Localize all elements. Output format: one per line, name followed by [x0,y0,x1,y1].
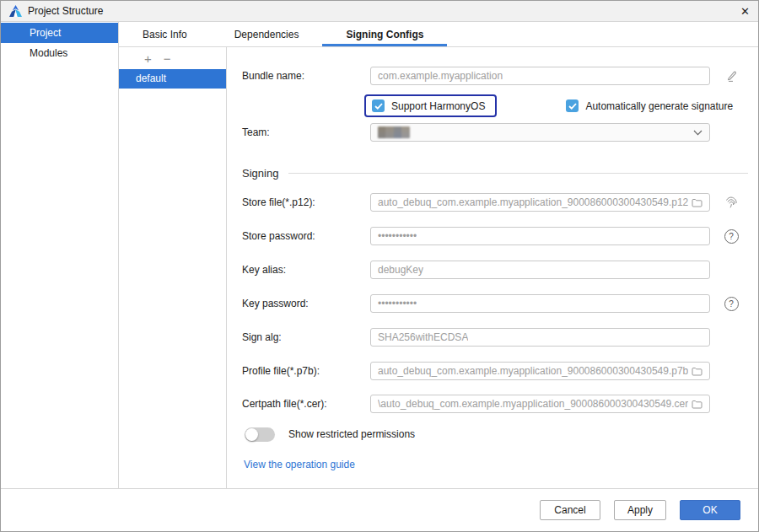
support-harmonyos-checkbox[interactable] [372,99,385,112]
signing-configs-form: Bundle name: com.example.myapplication [227,47,758,488]
section-divider [288,173,748,174]
auto-generate-group: Automatically generate signature [566,99,733,112]
key-password-input[interactable]: ••••••••••• [370,294,710,313]
cancel-button[interactable]: Cancel [540,500,600,520]
profile-file-label: Profile file(*.p7b): [242,365,370,377]
store-password-label: Store password: [242,230,370,242]
store-file-input[interactable]: auto_debuq_com.example.myapplication_900… [370,193,710,212]
support-harmonyos-label: Support HarmonyOS [391,100,485,112]
deveco-logo-icon [9,5,22,17]
sidebar: Project Modules [1,22,119,488]
store-file-row: Store file(*.p12): auto_debuq_com.exampl… [227,193,758,212]
certpath-file-row: Certpath file(*.cer): \auto_debuq_com.ex… [227,395,758,413]
bundle-name-row: Bundle name: com.example.myapplication [227,67,758,85]
tab-signing-configs[interactable]: Signing Configs [322,22,447,46]
config-item-default[interactable]: default [119,69,226,89]
signing-section-header: Signing [227,165,758,180]
checkbox-row: Support HarmonyOS Automatically generate… [227,94,758,117]
chevron-down-icon [693,130,702,136]
sign-alg-label: Sign alg: [242,331,370,343]
apply-button[interactable]: Apply [614,500,666,520]
tab-bar: Basic Info Dependencies Signing Configs [119,22,758,47]
footer-bar: Cancel Apply OK [1,488,758,531]
edit-pencil-icon[interactable] [724,68,739,83]
key-password-row: Key password: ••••••••••• ? [227,294,758,313]
tab-dependencies[interactable]: Dependencies [211,22,323,46]
store-password-input[interactable]: ••••••••••• [370,227,710,245]
team-row: Team: [227,123,758,142]
profile-file-input[interactable]: auto_debuq_com.example.myapplication_900… [370,362,710,380]
folder-icon[interactable] [692,198,702,207]
add-config-icon[interactable]: + [144,52,152,65]
key-alias-input[interactable]: debugKey [370,261,710,279]
config-list-panel: + − default [119,47,227,488]
guide-link-row: View the operation guide [227,459,758,470]
fingerprint-icon[interactable] [724,195,739,210]
folder-icon[interactable] [692,367,702,376]
key-alias-label: Key alias: [242,264,370,276]
support-harmonyos-focus-box: Support HarmonyOS [364,94,497,117]
store-password-row: Store password: ••••••••••• ? [227,227,758,245]
tab-basic-info[interactable]: Basic Info [119,22,211,46]
team-value-redacted [378,126,410,138]
sidebar-item-modules[interactable]: Modules [1,43,118,63]
key-password-label: Key password: [242,298,370,309]
auto-generate-label: Automatically generate signature [585,100,733,112]
restricted-permissions-label: Show restricted permissions [288,428,415,440]
dialog-title: Project Structure [28,5,103,17]
sign-alg-input[interactable]: SHA256withECDSA [370,328,710,347]
bundle-name-label: Bundle name: [242,70,370,82]
auto-generate-checkbox[interactable] [566,99,579,112]
toggle-knob [245,428,258,441]
project-structure-dialog: Project Structure ✕ Project Modules Basi… [0,0,759,532]
store-file-label: Store file(*.p12): [242,196,370,208]
certpath-file-input[interactable]: \auto_debuq_com.example.myapplication_90… [370,395,710,413]
signing-section-title: Signing [242,167,278,180]
restricted-permissions-row: Show restricted permissions [227,427,758,442]
remove-config-icon[interactable]: − [164,52,171,65]
operation-guide-link[interactable]: View the operation guide [244,459,355,470]
sign-alg-row: Sign alg: SHA256withECDSA [227,328,758,347]
certpath-file-label: Certpath file(*.cer): [242,398,370,410]
folder-icon[interactable] [692,400,702,409]
restricted-permissions-toggle[interactable] [245,427,275,442]
close-icon[interactable]: ✕ [740,6,750,17]
help-icon[interactable]: ? [724,228,739,244]
ok-button[interactable]: OK [680,500,740,520]
key-alias-row: Key alias: debugKey [227,261,758,279]
bundle-name-input[interactable]: com.example.myapplication [370,67,710,85]
config-list-toolbar: + − [119,47,226,69]
profile-file-row: Profile file(*.p7b): auto_debuq_com.exam… [227,362,758,380]
team-dropdown[interactable] [370,123,710,142]
help-icon[interactable]: ? [724,296,739,311]
sidebar-item-project[interactable]: Project [1,23,118,43]
title-bar: Project Structure ✕ [1,1,758,22]
team-label: Team: [242,126,370,138]
